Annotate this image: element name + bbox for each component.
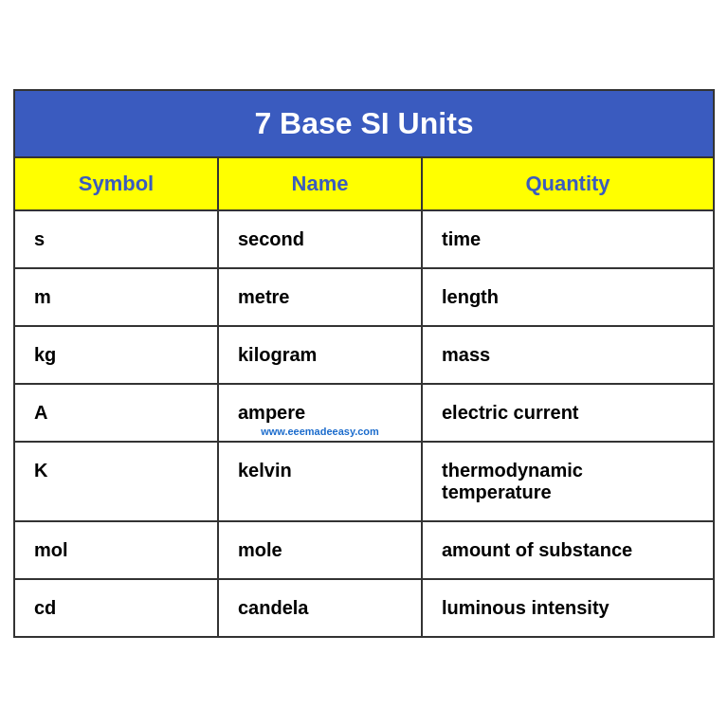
cell-name: amperewww.eeemadeeasy.com bbox=[219, 385, 423, 441]
cell-quantity: luminous intensity bbox=[423, 580, 713, 636]
cell-name: mole bbox=[219, 522, 423, 578]
cell-name: second bbox=[219, 211, 423, 267]
cell-symbol: K bbox=[15, 443, 219, 520]
table-row: ssecondtime bbox=[15, 211, 713, 269]
cell-name: metre bbox=[219, 269, 423, 325]
cell-quantity: electric current bbox=[423, 385, 713, 441]
cell-quantity: thermodynamic temperature bbox=[423, 443, 713, 520]
watermark: www.eeemadeeasy.com bbox=[261, 426, 379, 437]
cell-symbol: s bbox=[15, 211, 219, 267]
header-symbol: Symbol bbox=[15, 158, 219, 209]
cell-name: candela bbox=[219, 580, 423, 636]
cell-symbol: cd bbox=[15, 580, 219, 636]
cell-symbol: kg bbox=[15, 327, 219, 383]
table-row: kgkilogrammass bbox=[15, 327, 713, 385]
table-row: molmoleamount of substance bbox=[15, 522, 713, 580]
cell-quantity: mass bbox=[423, 327, 713, 383]
header-quantity: Quantity bbox=[423, 158, 713, 209]
si-units-table: 7 Base SI Units Symbol Name Quantity sse… bbox=[13, 89, 715, 638]
cell-symbol: m bbox=[15, 269, 219, 325]
table-body: ssecondtimemmetrelengthkgkilogrammassAam… bbox=[15, 211, 713, 636]
cell-name: kilogram bbox=[219, 327, 423, 383]
cell-quantity: length bbox=[423, 269, 713, 325]
table-row: mmetrelength bbox=[15, 269, 713, 327]
table-row: Kkelvinthermodynamic temperature bbox=[15, 443, 713, 522]
cell-symbol: mol bbox=[15, 522, 219, 578]
cell-quantity: time bbox=[423, 211, 713, 267]
table-row: cdcandelaluminous intensity bbox=[15, 580, 713, 636]
header-name: Name bbox=[219, 158, 423, 209]
cell-quantity: amount of substance bbox=[423, 522, 713, 578]
page-title: 7 Base SI Units bbox=[15, 91, 713, 156]
cell-symbol: A bbox=[15, 385, 219, 441]
table-header: Symbol Name Quantity bbox=[15, 156, 713, 211]
table-row: Aamperewww.eeemadeeasy.comelectric curre… bbox=[15, 385, 713, 443]
cell-name: kelvin bbox=[219, 443, 423, 520]
